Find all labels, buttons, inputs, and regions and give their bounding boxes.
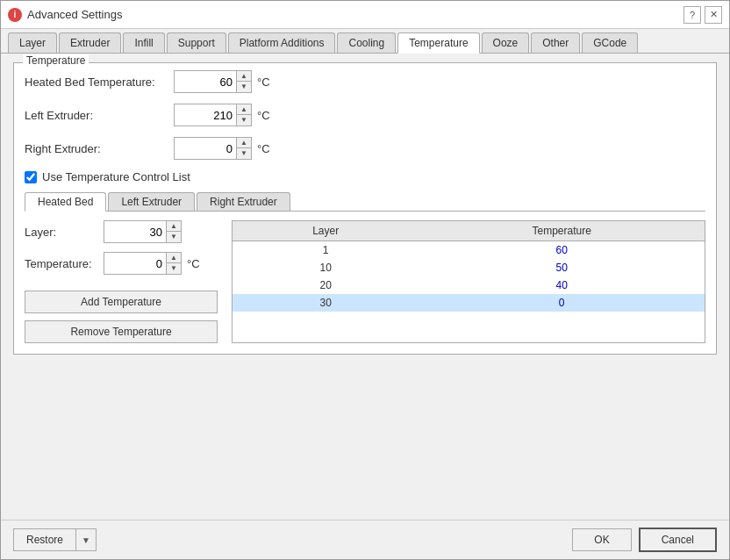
restore-wrapper: Restore ▼ [13, 528, 97, 551]
right-extruder-unit: °C [257, 142, 270, 155]
layer-down-btn[interactable]: ▼ [167, 232, 181, 242]
add-temperature-button[interactable]: Add Temperature [25, 291, 218, 313]
left-extruder-input[interactable] [175, 104, 236, 126]
col-layer-header: Layer [233, 221, 419, 241]
layer-up-btn[interactable]: ▲ [167, 221, 181, 232]
remove-temperature-button[interactable]: Remove Temperature [25, 320, 218, 343]
control-section: Layer: ▲ ▼ Temperature: [25, 220, 705, 343]
restore-dropdown-button[interactable]: ▼ [75, 528, 97, 551]
col-temp-header: Temperature [419, 221, 705, 241]
temp-spinner: ▲ ▼ [104, 252, 182, 275]
window-title: Advanced Settings [27, 8, 683, 21]
bottom-bar: Restore ▼ OK Cancel [1, 520, 729, 559]
content-area: Temperature Heated Bed Temperature: ▲ ▼ … [1, 54, 729, 520]
heated-bed-unit: °C [257, 75, 270, 89]
cell-layer: 10 [233, 259, 419, 276]
heated-bed-down-btn[interactable]: ▼ [237, 82, 251, 92]
cell-layer: 30 [233, 294, 419, 312]
restore-button[interactable]: Restore [13, 528, 75, 551]
left-controls: Layer: ▲ ▼ Temperature: [25, 220, 218, 343]
cell-temp: 40 [419, 276, 705, 294]
cell-temp: 50 [419, 259, 705, 276]
table-row[interactable]: 1050 [233, 259, 705, 276]
tab-gcode[interactable]: GCode [582, 32, 638, 53]
help-button[interactable]: ? [683, 6, 701, 24]
right-extruder-down-btn[interactable]: ▼ [237, 148, 251, 159]
right-extruder-row: Right Extruder: ▲ ▼ °C [25, 137, 705, 160]
app-icon: i [8, 8, 22, 22]
close-button[interactable]: ✕ [705, 6, 722, 24]
temp-spin-buttons: ▲ ▼ [166, 253, 181, 274]
use-temp-list-row: Use Temperature Control List [25, 170, 705, 183]
temperature-group: Temperature Heated Bed Temperature: ▲ ▼ … [13, 62, 717, 355]
tab-temperature[interactable]: Temperature [397, 32, 479, 54]
ok-button[interactable]: OK [572, 528, 631, 551]
temp-unit: °C [187, 257, 200, 270]
heated-bed-label: Heated Bed Temperature: [25, 75, 174, 89]
layer-spin-buttons: ▲ ▼ [166, 221, 181, 242]
left-extruder-spin-buttons: ▲ ▼ [236, 104, 251, 126]
right-extruder-spinner: ▲ ▼ [174, 137, 252, 160]
use-temp-list-checkbox[interactable] [25, 171, 37, 183]
right-extruder-input[interactable] [175, 138, 236, 159]
heated-bed-spin-buttons: ▲ ▼ [236, 71, 251, 92]
cell-layer: 20 [233, 276, 419, 294]
temp-input-row: Temperature: ▲ ▼ °C [25, 252, 218, 275]
left-extruder-label: Left Extruder: [25, 109, 174, 122]
temp-up-btn[interactable]: ▲ [167, 253, 181, 263]
tab-heated-bed[interactable]: Heated Bed [25, 192, 106, 212]
heated-bed-spinner: ▲ ▼ [174, 70, 252, 93]
action-buttons: Add Temperature Remove Temperature [25, 291, 218, 343]
heated-bed-input[interactable] [175, 71, 236, 92]
right-extruder-spin-buttons: ▲ ▼ [236, 138, 251, 159]
title-bar-controls: ? ✕ [683, 6, 722, 24]
left-extruder-spinner: ▲ ▼ [174, 104, 252, 126]
layer-spinner: ▲ ▼ [104, 220, 182, 243]
use-temp-list-label: Use Temperature Control List [42, 170, 190, 183]
tab-right-extruder[interactable]: Right Extruder [197, 192, 290, 211]
heated-bed-row: Heated Bed Temperature: ▲ ▼ °C [25, 70, 705, 93]
right-extruder-label: Right Extruder: [25, 142, 174, 155]
table-row[interactable]: 160 [233, 241, 705, 260]
heated-bed-up-btn[interactable]: ▲ [237, 71, 251, 82]
tab-other[interactable]: Other [531, 32, 580, 53]
table-row[interactable]: 2040 [233, 276, 705, 294]
right-extruder-up-btn[interactable]: ▲ [237, 138, 251, 148]
cell-temp: 60 [419, 241, 705, 260]
tab-infill[interactable]: Infill [123, 32, 164, 53]
cell-temp: 0 [419, 294, 705, 312]
tab-ooze[interactable]: Ooze [482, 32, 530, 53]
tab-extruder[interactable]: Extruder [59, 32, 121, 53]
left-extruder-up-btn[interactable]: ▲ [237, 104, 251, 115]
temperature-table: Layer Temperature 16010502040300 [232, 220, 705, 343]
tab-platform-additions[interactable]: Platform Additions [228, 32, 336, 53]
layer-row: Layer: ▲ ▼ [25, 220, 218, 243]
main-window: i Advanced Settings ? ✕ Layer Extruder I… [0, 0, 730, 560]
title-bar: i Advanced Settings ? ✕ [1, 1, 729, 29]
left-extruder-down-btn[interactable]: ▼ [237, 115, 251, 126]
tab-layer[interactable]: Layer [8, 32, 57, 53]
cell-layer: 1 [233, 241, 419, 260]
group-title: Temperature [23, 54, 89, 67]
tab-cooling[interactable]: Cooling [337, 32, 396, 53]
temp-down-btn[interactable]: ▼ [167, 263, 181, 274]
left-extruder-unit: °C [257, 109, 270, 122]
left-extruder-row: Left Extruder: ▲ ▼ °C [25, 104, 705, 126]
temp-input-label: Temperature: [25, 257, 104, 270]
tab-left-extruder[interactable]: Left Extruder [108, 192, 195, 211]
layer-input[interactable] [104, 221, 166, 242]
cancel-button[interactable]: Cancel [639, 528, 717, 552]
table-row[interactable]: 300 [233, 294, 705, 312]
temp-input[interactable] [104, 253, 166, 274]
tab-support[interactable]: Support [167, 32, 226, 53]
layer-label: Layer: [25, 226, 104, 239]
main-tab-bar: Layer Extruder Infill Support Platform A… [1, 29, 729, 54]
inner-tab-bar: Heated Bed Left Extruder Right Extruder [25, 192, 705, 212]
